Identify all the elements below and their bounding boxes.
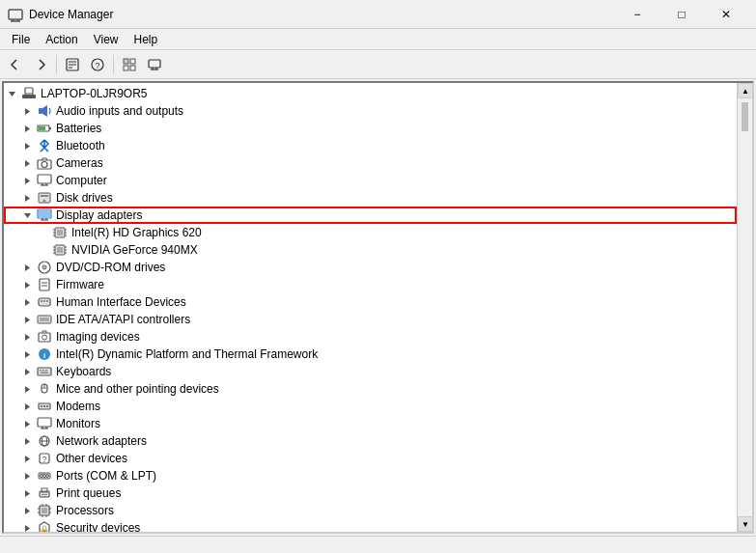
- tree-item-dvdrom[interactable]: DVD/CD-ROM drives: [4, 259, 737, 276]
- tree-item-humaninterface[interactable]: Human Interface Devices: [4, 293, 737, 311]
- tree-item-network[interactable]: Network adapters: [4, 432, 737, 450]
- minimize-button[interactable]: −: [615, 0, 659, 29]
- tree-expand-computer[interactable]: [19, 173, 35, 188]
- tree-label-diskdrives: Disk drives: [54, 191, 113, 205]
- tree-expand-processors[interactable]: [19, 503, 35, 518]
- tree-expand-firmware[interactable]: [19, 277, 35, 292]
- tree-item-root[interactable]: LAPTOP-0LJR9OR5: [4, 85, 737, 102]
- tree-item-batteries[interactable]: Batteries: [4, 120, 737, 137]
- tree-expand-security[interactable]: [19, 520, 35, 532]
- tree-item-imaging[interactable]: Imaging devices: [4, 328, 737, 346]
- tree-item-audio[interactable]: Audio inputs and outputs: [4, 102, 737, 120]
- tree-expand-displayadapters[interactable]: [19, 207, 35, 223]
- tree-item-cameras[interactable]: Cameras: [4, 154, 737, 172]
- scroll-up-button[interactable]: ▲: [738, 83, 753, 98]
- svg-rect-76: [46, 300, 48, 302]
- tree-expand-batteries[interactable]: [19, 121, 35, 136]
- svg-text:🔒: 🔒: [40, 524, 49, 533]
- svg-rect-89: [42, 370, 44, 372]
- tree-expand-network[interactable]: [19, 433, 35, 449]
- svg-rect-69: [40, 279, 49, 290]
- tree-item-other[interactable]: ?Other devices: [4, 450, 737, 467]
- svg-marker-42: [24, 213, 31, 218]
- ports-icon: [37, 468, 52, 484]
- menu-view[interactable]: View: [86, 31, 126, 48]
- menu-help[interactable]: Help: [126, 31, 166, 48]
- svg-point-99: [43, 405, 45, 407]
- tree-item-bluetooth[interactable]: Bluetooth: [4, 137, 737, 154]
- chip-icon: [52, 242, 68, 258]
- tree-expand-cameras[interactable]: [19, 155, 35, 171]
- svg-rect-91: [41, 373, 48, 374]
- back-button[interactable]: [4, 53, 27, 76]
- svg-point-41: [43, 200, 46, 203]
- tree-expand-intelhd[interactable]: [35, 225, 50, 240]
- svg-text:i: i: [43, 351, 45, 360]
- tree-expand-imaging[interactable]: [19, 329, 35, 345]
- svg-marker-92: [25, 386, 30, 393]
- tree-expand-diskdrives[interactable]: [19, 190, 35, 206]
- tree-item-security[interactable]: 🔒Security devices: [4, 519, 737, 532]
- tree-expand-dvdrom[interactable]: [19, 260, 35, 275]
- show-hidden-button[interactable]: [118, 53, 141, 76]
- svg-rect-125: [42, 508, 47, 513]
- tree-expand-printqueues[interactable]: [19, 485, 35, 501]
- svg-rect-27: [49, 127, 51, 129]
- battery-icon: [37, 121, 52, 136]
- maximize-button[interactable]: □: [659, 0, 704, 29]
- tree-item-ideata[interactable]: IDE ATA/ATAPI controllers: [4, 311, 737, 328]
- scrollbar[interactable]: ▲ ▼: [737, 83, 752, 532]
- menu-file[interactable]: File: [4, 31, 38, 48]
- svg-marker-101: [25, 421, 30, 428]
- monitor-button[interactable]: [143, 53, 166, 76]
- tree-label-modems: Modems: [54, 400, 100, 413]
- svg-point-100: [46, 405, 48, 407]
- help-button[interactable]: ?: [86, 53, 109, 76]
- menu-bar: File Action View Help: [0, 29, 756, 50]
- svg-rect-88: [40, 370, 42, 372]
- tree-expand-other[interactable]: [19, 451, 35, 466]
- tree-expand-ideata[interactable]: [19, 312, 35, 327]
- tree-item-firmware[interactable]: Firmware: [4, 276, 737, 293]
- tree-item-monitors[interactable]: Monitors: [4, 415, 737, 432]
- tree-item-computer[interactable]: Computer: [4, 172, 737, 189]
- status-bar: [0, 536, 756, 553]
- forward-button[interactable]: [29, 53, 52, 76]
- tree-item-modems[interactable]: Modems: [4, 398, 737, 415]
- tree-expand-humaninterface[interactable]: [19, 294, 35, 310]
- tree-item-printqueues[interactable]: Print queues: [4, 484, 737, 502]
- svg-marker-106: [25, 438, 30, 445]
- svg-rect-13: [130, 66, 135, 70]
- svg-marker-64: [25, 264, 30, 271]
- tree-expand-keyboards[interactable]: [19, 364, 35, 379]
- bluetooth-icon: [37, 138, 52, 153]
- tree-view[interactable]: LAPTOP-0LJR9OR5Audio inputs and outputsB…: [4, 83, 737, 532]
- svg-marker-134: [25, 525, 30, 532]
- tree-expand-modems[interactable]: [19, 399, 35, 414]
- tree-item-keyboards[interactable]: Keyboards: [4, 363, 737, 380]
- tree-item-processors[interactable]: Processors: [4, 502, 737, 519]
- tree-expand-monitors[interactable]: [19, 416, 35, 431]
- tree-expand-nvidia[interactable]: [35, 242, 50, 258]
- tree-item-inteldynamic[interactable]: iIntel(R) Dynamic Platform and Thermal F…: [4, 346, 737, 363]
- tree-expand-mice[interactable]: [19, 381, 35, 397]
- tree-expand-audio[interactable]: [19, 103, 35, 119]
- properties-button[interactable]: [61, 53, 84, 76]
- close-button[interactable]: ✕: [704, 0, 748, 29]
- tree-item-displayadapters[interactable]: Display adapters: [4, 207, 737, 224]
- tree-expand-ports[interactable]: [19, 468, 35, 484]
- tree-expand-bluetooth[interactable]: [19, 138, 35, 153]
- tree-expand-inteldynamic[interactable]: [19, 346, 35, 362]
- imaging-icon: [37, 329, 52, 345]
- tree-item-ports[interactable]: Ports (COM & LPT): [4, 467, 737, 484]
- menu-action[interactable]: Action: [38, 31, 85, 48]
- tree-item-mice[interactable]: Mice and other pointing devices: [4, 380, 737, 398]
- tree-item-diskdrives[interactable]: Disk drives: [4, 189, 737, 207]
- tree-expand-root[interactable]: [4, 86, 19, 101]
- tree-label-ideata: IDE ATA/ATAPI controllers: [54, 313, 190, 326]
- tree-item-nvidia[interactable]: NVIDIA GeForce 940MX: [4, 241, 737, 259]
- scroll-down-button[interactable]: ▼: [738, 516, 753, 532]
- scroll-thumb[interactable]: [742, 102, 748, 131]
- tree-label-printqueues: Print queues: [54, 486, 121, 500]
- tree-item-intelhd[interactable]: Intel(R) HD Graphics 620: [4, 224, 737, 241]
